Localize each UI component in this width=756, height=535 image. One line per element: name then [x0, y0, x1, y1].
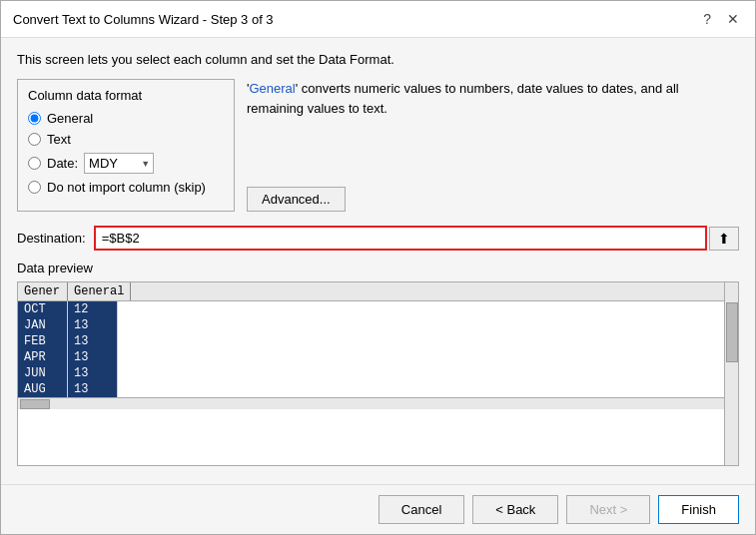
help-button[interactable]: ?	[699, 9, 715, 29]
finish-button[interactable]: Finish	[658, 495, 739, 524]
cell-apr-col2: 13	[68, 349, 118, 365]
radio-general: General	[28, 111, 224, 126]
h-scrollbar-thumb[interactable]	[20, 399, 50, 409]
cell-oct-col2: 12	[68, 301, 118, 317]
left-panel: Column data format General Text Date:	[17, 79, 247, 212]
table-row: JUN 13	[18, 365, 724, 381]
cell-jan-col1: JAN	[18, 317, 68, 333]
general-info-text: converts numeric values to numbers, date…	[247, 81, 679, 116]
data-preview-section: Data preview Gener General OCT 12	[17, 261, 739, 466]
cell-jun-col1: JUN	[18, 365, 68, 381]
radio-text-label[interactable]: Text	[47, 132, 71, 147]
title-bar: Convert Text to Columns Wizard - Step 3 …	[1, 1, 755, 38]
cell-apr-col1: APR	[18, 349, 68, 365]
next-button[interactable]: Next >	[566, 495, 650, 524]
cell-jun-col2: 13	[68, 365, 118, 381]
dialog-title: Convert Text to Columns Wizard - Step 3 …	[13, 12, 274, 27]
destination-input[interactable]	[94, 226, 707, 251]
data-preview-label: Data preview	[17, 261, 739, 275]
cell-oct-col1: OCT	[18, 301, 68, 317]
v-scrollbar-thumb[interactable]	[726, 302, 738, 362]
cell-aug-col1: AUG	[18, 381, 68, 397]
radio-general-input[interactable]	[28, 112, 41, 125]
cell-aug-col2: 13	[68, 381, 118, 397]
vertical-scrollbar[interactable]	[724, 282, 738, 465]
dialog-window: Convert Text to Columns Wizard - Step 3 …	[0, 0, 756, 535]
dialog-body: This screen lets you select each column …	[1, 38, 755, 476]
preview-header: Gener General	[18, 282, 724, 301]
preview-col-header-1: Gener	[18, 282, 68, 300]
cell-feb-col1: FEB	[18, 333, 68, 349]
general-description: 'General' converts numeric values to num…	[247, 79, 739, 118]
preview-table: Gener General OCT 12 JAN 13	[18, 282, 724, 465]
radio-date: Date: MDY DMY YMD	[28, 153, 224, 174]
radio-date-input[interactable]	[28, 157, 41, 170]
radio-skip-input[interactable]	[28, 181, 41, 194]
group-title: Column data format	[28, 88, 224, 103]
back-button[interactable]: < Back	[472, 495, 558, 524]
cell-jan-col2: 13	[68, 317, 118, 333]
horizontal-scrollbar[interactable]	[18, 397, 724, 409]
dialog-footer: Cancel < Back Next > Finish	[1, 484, 755, 534]
date-select-wrapper: MDY DMY YMD	[84, 153, 154, 174]
table-row: OCT 12	[18, 301, 724, 317]
cancel-button[interactable]: Cancel	[378, 495, 464, 524]
date-format-select[interactable]: MDY DMY YMD	[84, 153, 154, 174]
preview-table-container: Gener General OCT 12 JAN 13	[17, 281, 739, 466]
destination-label: Destination:	[17, 231, 86, 246]
destination-collapse-button[interactable]: ⬆	[709, 227, 739, 251]
advanced-button[interactable]: Advanced...	[247, 187, 346, 212]
table-row: APR 13	[18, 349, 724, 365]
right-panel: 'General' converts numeric values to num…	[247, 79, 739, 212]
general-keyword: General	[249, 81, 295, 96]
radio-text-input[interactable]	[28, 133, 41, 146]
close-button[interactable]: ✕	[723, 9, 743, 29]
cell-feb-col2: 13	[68, 333, 118, 349]
preview-col-header-2: General	[68, 282, 131, 300]
table-row: AUG 13	[18, 381, 724, 397]
main-content: Column data format General Text Date:	[17, 79, 739, 212]
radio-text: Text	[28, 132, 224, 147]
table-row: FEB 13	[18, 333, 724, 349]
description-text: This screen lets you select each column …	[17, 52, 739, 67]
radio-skip-label[interactable]: Do not import column (skip)	[47, 180, 206, 195]
title-controls: ? ✕	[699, 9, 743, 29]
column-format-group: Column data format General Text Date:	[17, 79, 235, 212]
preview-rows: OCT 12 JAN 13 FEB 13 APR	[18, 301, 724, 397]
radio-general-label[interactable]: General	[47, 111, 93, 126]
table-row: JAN 13	[18, 317, 724, 333]
radio-date-label[interactable]: Date:	[47, 156, 78, 171]
radio-skip: Do not import column (skip)	[28, 180, 224, 195]
destination-row: Destination: ⬆	[17, 226, 739, 251]
